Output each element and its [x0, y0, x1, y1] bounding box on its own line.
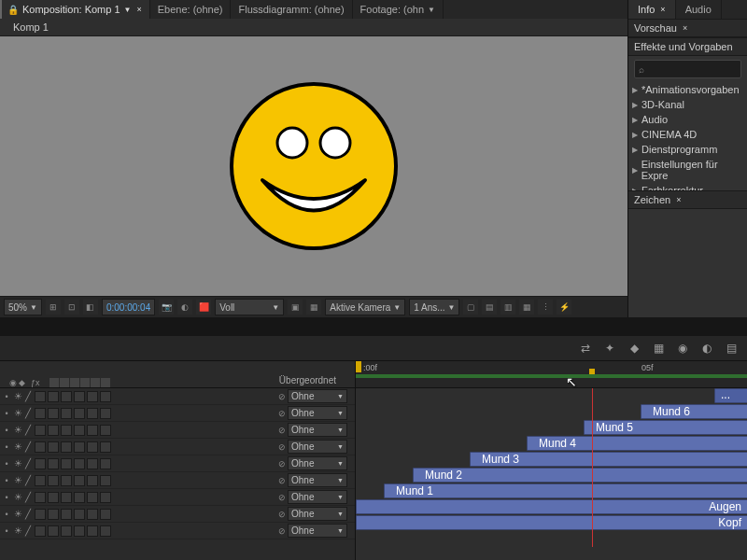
- panel-draw-header[interactable]: Zeichen×: [628, 190, 747, 209]
- tab-info[interactable]: Info×: [628, 0, 676, 19]
- layer-bar-augen[interactable]: Augen: [356, 499, 747, 514]
- close-icon[interactable]: ×: [136, 5, 141, 14]
- resolution-select[interactable]: Voll▼: [215, 299, 284, 315]
- parent-select[interactable]: Ohne▼: [288, 440, 347, 454]
- svg-point-2: [320, 128, 350, 158]
- mask-icon[interactable]: ◧: [83, 300, 98, 315]
- composition-viewer: 🔒Komposition: Komp 1▼× Ebene: (ohne) Flu…: [0, 0, 627, 317]
- smiley-artwork: [225, 77, 402, 255]
- tool-icon[interactable]: ▤: [723, 340, 740, 357]
- layer-row[interactable]: •☀╱⊘Ohne▼: [0, 422, 355, 439]
- tab-layer[interactable]: Ebene: (ohne): [150, 0, 232, 19]
- effects-item[interactable]: ▶Farbkorrektur: [628, 183, 747, 190]
- layer-bar-kopf[interactable]: Kopf: [356, 515, 747, 530]
- chevron-down-icon[interactable]: ▼: [124, 6, 132, 14]
- effects-item[interactable]: ▶Einstellungen für Expre: [628, 157, 747, 183]
- views-select[interactable]: 1 Ans...▼: [409, 299, 459, 315]
- layer-row[interactable]: •☀╱⊘Ohne▼: [0, 489, 355, 506]
- svg-point-0: [232, 84, 396, 248]
- side-panels: Info× Audio Vorschau× Effekte und Vorgab…: [627, 0, 747, 317]
- subtab-comp1[interactable]: Komp 1: [6, 20, 56, 35]
- effects-item[interactable]: ▶Audio: [628, 112, 747, 127]
- ruler-label: :00f: [363, 363, 377, 372]
- viewer-status-bar: 50%▼ ⊞ ⊡ ◧ 0:00:00:04 📷 ◐ 🟥 Voll▼ ▣ ▦ Ak…: [0, 296, 627, 317]
- tool-icon[interactable]: ⇄: [577, 340, 594, 357]
- parent-select[interactable]: Ohne▼: [288, 389, 347, 403]
- tool-icon[interactable]: ✦: [601, 340, 618, 357]
- tool-icon[interactable]: ◆: [626, 340, 642, 357]
- timeline-toolbar: ⇄ ✦ ◆ ▦ ◉ ◐ ▤: [0, 336, 747, 360]
- ruler-label: 05f: [641, 363, 654, 372]
- guides-icon[interactable]: ⊡: [64, 300, 79, 315]
- chevron-down-icon[interactable]: ▼: [428, 6, 435, 14]
- channel-icon[interactable]: ◐: [177, 300, 192, 315]
- view-icon-2[interactable]: ▤: [482, 300, 497, 315]
- playhead[interactable]: [592, 388, 593, 547]
- layer-bar-mund5[interactable]: Mund 5: [584, 420, 747, 435]
- fast-preview-icon[interactable]: ⚡: [557, 300, 571, 315]
- effects-item[interactable]: ▶CINEMA 4D: [628, 127, 747, 142]
- svg-point-1: [277, 128, 307, 158]
- view-icon-3[interactable]: ▥: [500, 300, 515, 315]
- layer-row[interactable]: •☀╱⊘Ohne▼: [0, 405, 355, 422]
- effects-search[interactable]: ⌕: [634, 60, 741, 78]
- layer-row[interactable]: •☀╱⊘Ohne▼: [0, 439, 355, 455]
- parent-select[interactable]: Ohne▼: [288, 473, 347, 487]
- layer-row[interactable]: •☀╱⊘Ohne▼: [0, 455, 355, 472]
- effects-item[interactable]: ▶*Animationsvorgaben: [628, 82, 747, 97]
- parent-header: Übergeordnet: [279, 375, 336, 387]
- grid-icon[interactable]: ⊞: [46, 300, 61, 315]
- panel-effects-header[interactable]: Effekte und Vorgaben: [628, 37, 747, 56]
- tab-footage[interactable]: Footage: (ohn▼: [353, 0, 444, 19]
- layer-bar-mund2[interactable]: Mund 2: [413, 468, 747, 483]
- tool-icon[interactable]: ◉: [674, 340, 691, 357]
- comp-subtabs: Komp 1: [0, 19, 627, 36]
- effects-item[interactable]: ▶3D-Kanal: [628, 97, 747, 112]
- timeline-layer-list: ◉ ◆ ƒx Übergeordnet •☀╱⊘Ohne▼•☀╱⊘Ohne▼•☀…: [0, 361, 356, 560]
- transparency-icon[interactable]: ▦: [306, 300, 321, 315]
- layer-bar-mund3[interactable]: Mund 3: [470, 452, 747, 467]
- parent-select[interactable]: Ohne▼: [288, 490, 347, 504]
- layer-bar-mund6[interactable]: Mund 6: [641, 404, 747, 419]
- effects-list: ▶*Animationsvorgaben ▶3D-Kanal ▶Audio ▶C…: [628, 82, 747, 190]
- layer-row[interactable]: •☀╱⊘Ohne▼: [0, 506, 355, 523]
- roi-icon[interactable]: ▣: [288, 300, 303, 315]
- canvas-content: [52, 49, 575, 283]
- layer-row[interactable]: •☀╱⊘Ohne▼: [0, 472, 355, 489]
- viewer-tabs: 🔒Komposition: Komp 1▼× Ebene: (ohne) Flu…: [0, 0, 627, 19]
- layer-row[interactable]: •☀╱⊘Ohne▼: [0, 523, 355, 539]
- tab-composition[interactable]: 🔒Komposition: Komp 1▼×: [0, 0, 150, 19]
- parent-select[interactable]: Ohne▼: [288, 423, 347, 437]
- view-icon-1[interactable]: ▢: [463, 300, 478, 315]
- camera-select[interactable]: Aktive Kamera▼: [325, 299, 405, 315]
- view-icon-5[interactable]: ⋮: [538, 300, 553, 315]
- work-start-handle[interactable]: [356, 361, 361, 372]
- panel-preview-header[interactable]: Vorschau×: [628, 19, 747, 37]
- time-ruler[interactable]: :00f 05f: [356, 361, 747, 388]
- layer-bar-mund1[interactable]: Mund 1: [384, 483, 747, 498]
- view-icon-4[interactable]: ▦: [519, 300, 534, 315]
- color-icon[interactable]: 🟥: [196, 300, 211, 315]
- tool-icon[interactable]: ◐: [698, 340, 715, 357]
- timeline-panel: ⇄ ✦ ◆ ▦ ◉ ◐ ▤ ◉ ◆ ƒx Übergeordnet: [0, 336, 747, 560]
- tool-icon[interactable]: ▦: [650, 340, 667, 357]
- parent-select[interactable]: Ohne▼: [288, 524, 347, 538]
- parent-select[interactable]: Ohne▼: [288, 456, 347, 470]
- tab-flowchart[interactable]: Flussdiagramm: (ohne): [231, 0, 352, 19]
- lock-icon: 🔒: [7, 5, 19, 15]
- parent-select[interactable]: Ohne▼: [288, 406, 347, 420]
- timeline-tracks[interactable]: :00f 05f ... Mund 6 Mund 5 Mund 4 Mund 3…: [356, 361, 747, 560]
- zoom-select[interactable]: 50%▼: [4, 299, 42, 315]
- viewer-canvas[interactable]: [0, 36, 627, 296]
- parent-select[interactable]: Ohne▼: [288, 507, 347, 521]
- current-time[interactable]: 0:00:00:04: [102, 299, 155, 315]
- snapshot-icon[interactable]: 📷: [159, 300, 174, 315]
- layer-bar-overflow[interactable]: ...: [714, 388, 747, 403]
- layer-bar-mund4[interactable]: Mund 4: [527, 436, 747, 451]
- layer-row[interactable]: •☀╱⊘Ohne▼: [0, 388, 355, 405]
- effects-item[interactable]: ▶Dienstprogramm: [628, 142, 747, 157]
- tab-audio[interactable]: Audio: [676, 0, 722, 19]
